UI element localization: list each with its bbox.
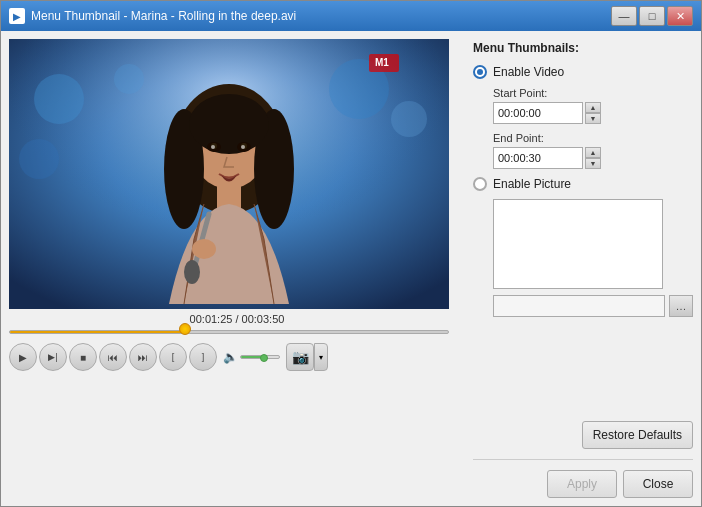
camera-group: 📷 ▾ <box>286 343 328 371</box>
right-panel: Menu Thumbnails: Enable Video Start Poin… <box>473 39 693 498</box>
file-input-row: … <box>493 295 693 317</box>
start-point-label: Start Point: <box>493 87 693 99</box>
enable-picture-radio[interactable] <box>473 177 487 191</box>
start-point-spinners: ▲ ▼ <box>585 102 601 124</box>
mark-in-button[interactable]: [ <box>159 343 187 371</box>
end-point-group: End Point: ▲ ▼ <box>493 132 693 169</box>
close-window-button[interactable]: ✕ <box>667 6 693 26</box>
enable-picture-option[interactable]: Enable Picture <box>473 177 693 191</box>
file-path-input[interactable] <box>493 295 665 317</box>
app-icon: ▶ <box>9 8 25 24</box>
svg-point-13 <box>189 94 269 154</box>
seek-bar-thumb[interactable] <box>179 323 191 335</box>
start-point-down[interactable]: ▼ <box>585 113 601 124</box>
minimize-button[interactable]: — <box>611 6 637 26</box>
end-point-down[interactable]: ▼ <box>585 158 601 169</box>
video-preview: M1 <box>9 39 449 309</box>
close-button[interactable]: Close <box>623 470 693 498</box>
maximize-button[interactable]: □ <box>639 6 665 26</box>
volume-track[interactable] <box>240 355 280 359</box>
start-point-input[interactable] <box>493 102 583 124</box>
start-point-up[interactable]: ▲ <box>585 102 601 113</box>
titlebar: ▶ Menu Thumbnail - Marina - Rolling in t… <box>1 1 701 31</box>
mark-out-button[interactable]: ] <box>189 343 217 371</box>
controls-bar: ▶ ▶| ■ ⏮ ⏭ [ ] 🔈 📷 ▾ <box>9 343 465 371</box>
end-point-input[interactable] <box>493 147 583 169</box>
enable-video-option[interactable]: Enable Video <box>473 65 693 79</box>
start-point-group: Start Point: ▲ ▼ <box>493 87 693 124</box>
volume-icon: 🔈 <box>223 350 238 364</box>
action-buttons-row: Apply Close <box>473 470 693 498</box>
next-chapter-button[interactable]: ⏭ <box>129 343 157 371</box>
end-point-spinners: ▲ ▼ <box>585 147 601 169</box>
browse-button[interactable]: … <box>669 295 693 317</box>
restore-defaults-button[interactable]: Restore Defaults <box>582 421 693 449</box>
frame-advance-button[interactable]: ▶| <box>39 343 67 371</box>
play-button[interactable]: ▶ <box>9 343 37 371</box>
seek-bar-fill <box>10 331 185 333</box>
time-display: 00:01:25 / 00:03:50 <box>9 313 465 325</box>
svg-text:M1: M1 <box>375 57 389 68</box>
volume-control[interactable]: 🔈 <box>223 350 280 364</box>
svg-point-19 <box>241 145 245 149</box>
start-point-input-row: ▲ ▼ <box>493 102 693 124</box>
svg-point-6 <box>19 139 59 179</box>
screenshot-button[interactable]: 📷 <box>286 343 314 371</box>
left-panel: M1 <box>9 39 465 498</box>
content-area: M1 <box>1 31 701 506</box>
svg-point-22 <box>192 239 216 259</box>
svg-point-5 <box>391 101 427 137</box>
stop-button[interactable]: ■ <box>69 343 97 371</box>
window-title: Menu Thumbnail - Marina - Rolling in the… <box>31 9 611 23</box>
seek-bar[interactable] <box>9 327 449 337</box>
prev-chapter-button[interactable]: ⏮ <box>99 343 127 371</box>
svg-point-18 <box>211 145 215 149</box>
seek-bar-track <box>9 330 449 334</box>
titlebar-buttons: — □ ✕ <box>611 6 693 26</box>
end-point-label: End Point: <box>493 132 693 144</box>
apply-button[interactable]: Apply <box>547 470 617 498</box>
end-point-up[interactable]: ▲ <box>585 147 601 158</box>
volume-thumb[interactable] <box>260 354 268 362</box>
screenshot-dropdown[interactable]: ▾ <box>314 343 328 371</box>
svg-point-21 <box>184 260 200 284</box>
panel-title: Menu Thumbnails: <box>473 41 693 55</box>
svg-point-2 <box>34 74 84 124</box>
enable-picture-label: Enable Picture <box>493 177 571 191</box>
enable-video-label: Enable Video <box>493 65 564 79</box>
svg-point-3 <box>114 64 144 94</box>
divider <box>473 459 693 460</box>
enable-video-radio[interactable] <box>473 65 487 79</box>
restore-defaults-row: Restore Defaults <box>473 421 693 449</box>
picture-preview-box <box>493 199 663 289</box>
end-point-input-row: ▲ ▼ <box>493 147 693 169</box>
main-window: ▶ Menu Thumbnail - Marina - Rolling in t… <box>0 0 702 507</box>
